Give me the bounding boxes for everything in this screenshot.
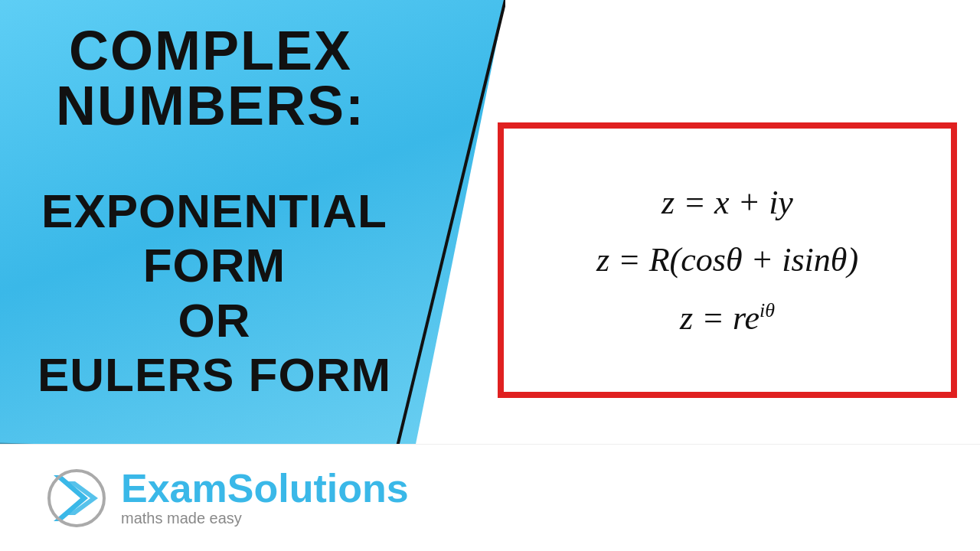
exam-solutions-icon: [46, 468, 107, 529]
subtitle-line2: OR: [8, 293, 421, 347]
formula-2: z = R(cosθ + isinθ): [596, 238, 858, 282]
logo-text-area: ExamSolutions maths made easy: [121, 468, 409, 527]
logo-solutions: Solutions: [227, 466, 409, 510]
logo-name: ExamSolutions: [121, 468, 409, 508]
subtitle-area: EXPONENTIAL FORM OR EULERS FORM: [0, 184, 429, 402]
subtitle-line3: EULERS FORM: [8, 347, 421, 402]
title-area: COMPLEX NUMBERS:: [0, 23, 413, 133]
formula-box: z = x + iy z = R(cosθ + isinθ) z = reiθ: [498, 122, 957, 398]
subtitle-line1: EXPONENTIAL FORM: [8, 184, 421, 293]
logo-exam: Exam: [121, 466, 227, 510]
logo-tagline: maths made easy: [121, 510, 409, 527]
logo-container: ExamSolutions maths made easy: [46, 468, 409, 529]
bottom-area: ExamSolutions maths made easy: [0, 444, 980, 551]
formula-3: z = reiθ: [680, 296, 775, 340]
formula-1: z = x + iy: [662, 181, 793, 224]
title-complex: COMPLEX: [23, 23, 398, 78]
subtitle-text: EXPONENTIAL FORM OR EULERS FORM: [8, 184, 421, 402]
title-numbers: NUMBERS:: [23, 78, 398, 133]
